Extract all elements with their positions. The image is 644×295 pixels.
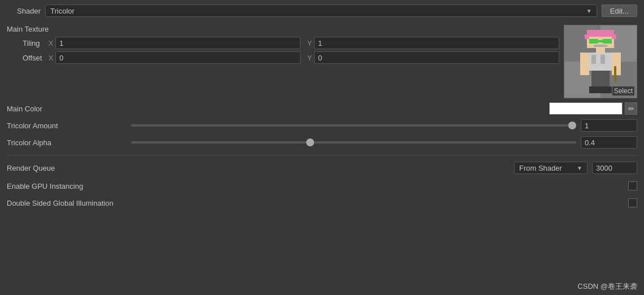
svg-rect-20 bbox=[614, 66, 616, 82]
svg-rect-8 bbox=[589, 39, 598, 44]
offset-x-input[interactable] bbox=[55, 51, 301, 64]
tiling-label: Tiling bbox=[7, 39, 46, 47]
tiling-row: Tiling X Y bbox=[7, 37, 559, 49]
shader-row: Shader Tricolor ▼ Edit... bbox=[7, 5, 637, 17]
watermark: CSDN @卷王来袭 bbox=[577, 281, 637, 292]
main-texture-section: Main Texture Tiling X Y Offset X Y bbox=[7, 25, 637, 98]
svg-rect-16 bbox=[580, 53, 589, 68]
tricolor-alpha-slider[interactable] bbox=[131, 141, 576, 144]
render-queue-row: Render Queue From Shader ▼ bbox=[7, 160, 637, 176]
texture-thumbnail[interactable]: Select bbox=[564, 25, 637, 98]
main-color-label: Main Color bbox=[7, 105, 131, 113]
render-queue-dropdown-arrow: ▼ bbox=[577, 165, 582, 171]
tricolor-alpha-row: Tricolor Alpha bbox=[7, 135, 637, 150]
svg-rect-11 bbox=[594, 45, 607, 47]
enable-gpu-row: Enable GPU Instancing bbox=[7, 178, 637, 194]
tricolor-amount-label: Tricolor Amount bbox=[7, 122, 131, 130]
svg-rect-6 bbox=[585, 34, 589, 39]
offset-row: Offset X Y bbox=[7, 51, 559, 64]
svg-rect-18 bbox=[580, 68, 589, 75]
offset-y-label: Y bbox=[305, 54, 314, 62]
shader-dropdown-arrow: ▼ bbox=[586, 8, 592, 14]
svg-rect-22 bbox=[601, 71, 610, 86]
tiling-y-label: Y bbox=[305, 39, 314, 47]
render-queue-value: From Shader ▼ bbox=[514, 162, 637, 174]
enable-gpu-label: Enable GPU Instancing bbox=[7, 182, 131, 190]
tricolor-amount-slider[interactable] bbox=[131, 124, 576, 127]
edit-button[interactable]: Edit... bbox=[602, 5, 637, 17]
shader-label: Shader bbox=[7, 7, 41, 15]
main-color-swatch[interactable] bbox=[549, 102, 623, 115]
edit-button-label: Edit... bbox=[610, 7, 629, 15]
svg-rect-14 bbox=[591, 55, 596, 64]
main-texture-title: Main Texture bbox=[7, 25, 559, 33]
offset-x-label: X bbox=[46, 54, 55, 62]
render-queue-label: Render Queue bbox=[7, 164, 131, 172]
svg-rect-23 bbox=[589, 86, 601, 93]
svg-rect-21 bbox=[591, 71, 601, 86]
shader-dropdown-value: Tricolor bbox=[50, 7, 75, 15]
tiling-x-label: X bbox=[46, 39, 55, 47]
tricolor-amount-value-input[interactable] bbox=[581, 119, 637, 132]
material-panel: Shader Tricolor ▼ Edit... Main Texture T… bbox=[0, 0, 644, 295]
render-queue-dropdown-value: From Shader bbox=[519, 164, 562, 172]
tricolor-alpha-label: Tricolor Alpha bbox=[7, 138, 131, 147]
main-color-row: Main Color ✏ bbox=[7, 101, 637, 116]
svg-rect-10 bbox=[598, 40, 603, 42]
double-sided-gi-label: Double Sided Global Illumination bbox=[7, 199, 131, 207]
svg-rect-12 bbox=[596, 48, 605, 53]
render-queue-dropdown[interactable]: From Shader ▼ bbox=[514, 162, 588, 174]
shader-dropdown[interactable]: Tricolor ▼ bbox=[45, 5, 597, 17]
tiling-y-input[interactable] bbox=[314, 37, 559, 49]
tricolor-alpha-slider-wrap bbox=[131, 136, 637, 149]
svg-rect-7 bbox=[612, 34, 616, 39]
tricolor-amount-slider-wrap bbox=[131, 119, 637, 132]
svg-rect-17 bbox=[612, 53, 621, 68]
offset-y-input[interactable] bbox=[314, 51, 559, 64]
enable-gpu-checkbox[interactable] bbox=[628, 181, 637, 190]
tiling-x-input[interactable] bbox=[55, 37, 301, 49]
svg-rect-24 bbox=[601, 86, 612, 93]
texture-controls: Main Texture Tiling X Y Offset X Y bbox=[7, 25, 559, 66]
main-color-right: ✏ bbox=[549, 102, 637, 115]
tricolor-alpha-value-input[interactable] bbox=[581, 136, 637, 149]
eyedropper-button[interactable]: ✏ bbox=[625, 102, 637, 115]
eyedropper-icon: ✏ bbox=[628, 105, 634, 113]
thumbnail-select-label: Select bbox=[612, 86, 634, 96]
double-sided-gi-row: Double Sided Global Illumination bbox=[7, 195, 637, 211]
double-sided-gi-checkbox[interactable] bbox=[628, 198, 637, 207]
watermark-text: CSDN @卷王来袭 bbox=[577, 282, 637, 290]
offset-label: Offset bbox=[7, 54, 46, 62]
render-queue-number-input[interactable] bbox=[592, 162, 637, 174]
tricolor-amount-row: Tricolor Amount bbox=[7, 118, 637, 133]
divider-1 bbox=[7, 155, 637, 155]
svg-rect-15 bbox=[601, 55, 605, 64]
svg-rect-9 bbox=[603, 39, 612, 44]
svg-rect-5 bbox=[587, 30, 614, 37]
